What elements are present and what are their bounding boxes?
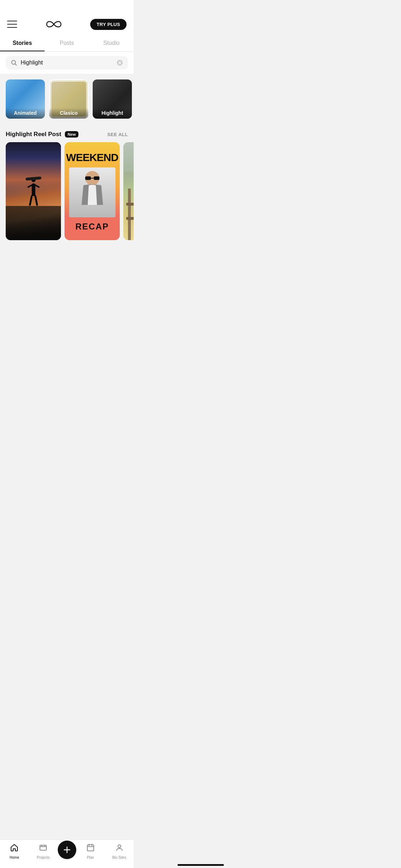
new-badge: New <box>65 131 79 138</box>
tabs-bar: Stories Posts Studio <box>0 35 134 52</box>
header: TRY PLUS <box>0 0 134 35</box>
tab-stories[interactable]: Stories <box>0 35 45 51</box>
search-clear-icon[interactable] <box>117 60 123 66</box>
svg-rect-12 <box>128 188 131 240</box>
template-card-weekend[interactable]: WEEKEND <box>65 142 120 240</box>
tab-posts[interactable]: Posts <box>45 35 89 51</box>
tab-studio[interactable]: Studio <box>89 35 134 51</box>
see-all-link[interactable]: SEE ALL <box>107 132 128 137</box>
category-highlight-label: Highlight <box>93 108 132 119</box>
section-header: Highlight Reel Post New SEE ALL <box>0 124 134 142</box>
search-icon <box>11 60 17 66</box>
logo <box>45 18 63 31</box>
template-card-surfer[interactable] <box>6 142 61 240</box>
weekend-top-text: WEEKEND <box>66 152 118 163</box>
category-clasico-label: Clasico <box>49 108 88 119</box>
weekend-bottom-text: RECAP <box>75 222 109 232</box>
category-highlight[interactable]: Highlight <box>93 79 132 119</box>
svg-rect-17 <box>126 217 134 220</box>
svg-line-1 <box>15 64 17 66</box>
menu-icon[interactable] <box>7 21 17 28</box>
category-animated[interactable]: Animated <box>6 79 45 119</box>
svg-rect-6 <box>32 184 35 196</box>
category-animated-label: Animated <box>6 108 45 119</box>
section-title: Highlight Reel Post <box>6 131 61 138</box>
templates-row: WEEKEND <box>0 142 134 247</box>
section-title-group: Highlight Reel Post New <box>6 131 78 138</box>
template-card-surfboard[interactable] <box>123 142 134 240</box>
svg-rect-10 <box>94 176 99 180</box>
main-content: Animated Clasico Highlight Film Highligh… <box>0 52 134 276</box>
try-plus-button[interactable]: TRY PLUS <box>90 19 127 30</box>
search-bar <box>6 56 128 69</box>
search-bar-wrapper <box>0 52 134 74</box>
category-clasico[interactable]: Clasico <box>49 79 88 119</box>
svg-rect-9 <box>85 176 91 180</box>
search-input[interactable] <box>21 60 113 66</box>
svg-rect-16 <box>126 203 134 206</box>
categories-row: Animated Clasico Highlight Film <box>0 74 134 124</box>
